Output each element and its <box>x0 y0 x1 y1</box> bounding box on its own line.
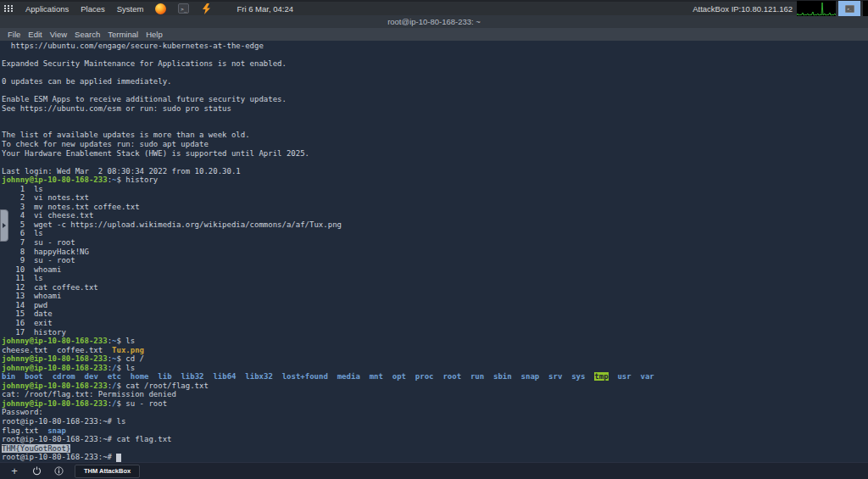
terminal-line: root@ip-10-80-168-233:~# cat flag.txt <box>2 435 868 444</box>
terminal-menubar: File Edit View Search Terminal Help <box>0 28 868 41</box>
terminal-line <box>2 113 868 122</box>
terminal-line: 11 ls <box>2 274 868 283</box>
power-button[interactable] <box>31 465 42 477</box>
terminal-line: Password: <box>2 408 868 417</box>
terminal-line: 16 exit <box>2 319 868 328</box>
system-monitor-graph[interactable] <box>797 1 836 16</box>
terminal-line: root@ip-10-80-168-233:~# ls <box>2 417 868 426</box>
menu-system[interactable]: System <box>117 4 144 14</box>
attackbox-bolt-icon[interactable] <box>201 3 211 14</box>
terminal-line: 10 whoami <box>2 265 868 275</box>
plus-icon: + <box>11 465 18 476</box>
terminal-line <box>2 69 868 78</box>
drawer-arrow-icon <box>3 223 6 228</box>
terminal-line: The list of available updates is more th… <box>2 131 868 140</box>
terminal-line <box>2 158 868 167</box>
terminal-line: Your Hardware Enablement Stack (HWE) is … <box>2 149 868 159</box>
top-panel-right: AttackBox IP:10.80.121.162 >_ <box>693 2 868 15</box>
applications-grid-icon[interactable] <box>4 5 14 12</box>
terminal-line: 5 wget -c https://upload.wikimedia.org/w… <box>2 220 868 230</box>
terminal-line: 17 history <box>2 328 868 337</box>
terminal-line: 12 cat coffee.txt <box>2 283 868 292</box>
terminal-line: To check for new updates run: sudo apt u… <box>2 140 868 149</box>
terminal-line: johnny@ip-10-80-168-233:~$ history <box>2 175 868 185</box>
terminal-line: bin boot cdrom dev etc home lib lib32 li… <box>2 372 868 382</box>
terminal-line: 8 happyHack!NG <box>2 248 868 257</box>
terminal-line: flag.txt snap <box>2 426 868 436</box>
menu-places[interactable]: Places <box>81 4 105 14</box>
terminal-line: root@ip-10-80-168-233:~# <box>2 453 868 462</box>
terminal-line <box>2 86 868 96</box>
terminal-line: 9 su - root <box>2 256 868 265</box>
terminal-launcher-icon[interactable]: >_ <box>178 3 189 14</box>
terminal-line <box>2 51 868 60</box>
terminal-line: https://ubuntu.com/engage/secure-kuberne… <box>2 42 868 51</box>
desktop: { "top_panel": { "menus": ["Applications… <box>0 0 868 479</box>
terminal-line: THM{YouGotRoot} <box>2 444 868 454</box>
terminal-line: johnny@ip-10-80-168-233:/$ ls <box>2 364 868 373</box>
taskbar-item-thm-attackbox[interactable]: THM AttackBox <box>75 465 140 478</box>
terminal-cursor <box>116 454 121 462</box>
mini-terminal-icon: >_ <box>845 5 854 13</box>
menu-applications[interactable]: Applications <box>25 4 69 14</box>
menu-file[interactable]: File <box>8 30 20 39</box>
terminal-line: 13 whoami <box>2 292 868 301</box>
terminal-line: Expanded Security Maintenance for Applic… <box>2 59 868 69</box>
terminal-line: 6 ls <box>2 229 868 238</box>
top-panel: Applications Places System >_ Fri 6 Mar,… <box>0 0 868 15</box>
terminal-line: Last login: Wed Mar 2 08:30:34 2022 from… <box>2 167 868 176</box>
attackbox-ip-label: AttackBox IP:10.80.121.162 <box>693 4 793 14</box>
bottom-panel: + THM AttackBox <box>0 462 868 479</box>
menu-search[interactable]: Search <box>75 30 100 39</box>
terminal-line: johnny@ip-10-80-168-233:~$ cd / <box>2 354 868 364</box>
top-panel-left: Applications Places System >_ Fri 6 Mar,… <box>4 3 293 14</box>
terminal-line: 15 date <box>2 309 868 319</box>
power-icon <box>32 466 42 476</box>
menu-view[interactable]: View <box>50 30 67 39</box>
info-button[interactable] <box>53 465 64 477</box>
terminal-line: johnny@ip-10-80-168-233:/$ cat /root/fla… <box>2 382 868 391</box>
window-title: root@ip-10-80-168-233: ~ <box>387 17 481 26</box>
menu-help[interactable]: Help <box>146 30 163 39</box>
terminal-line: johnny@ip-10-80-168-233:/$ su - root <box>2 399 868 409</box>
window-list-terminal-button[interactable]: >_ <box>838 1 860 16</box>
window-titlebar[interactable]: root@ip-10-80-168-233: ~ <box>0 15 868 28</box>
terminal-output[interactable]: https://ubuntu.com/engage/secure-kuberne… <box>0 41 868 462</box>
plus-button[interactable]: + <box>8 465 20 477</box>
firefox-icon[interactable] <box>155 3 166 14</box>
terminal-line: See https://ubuntu.com/esm or run: sudo … <box>2 104 868 114</box>
terminal-line: 1 ls <box>2 185 868 194</box>
terminal-line: 7 su - root <box>2 238 868 248</box>
clock[interactable]: Fri 6 Mar, 04:24 <box>236 4 293 14</box>
terminal-line: 0 updates can be applied immediately. <box>2 77 868 86</box>
lightning-bolt-glyph <box>202 3 211 14</box>
panel-end-spacer <box>863 1 868 16</box>
terminal-line: 3 mv notes.txt coffee.txt <box>2 203 868 212</box>
terminal-line: johnny@ip-10-80-168-233:~$ ls <box>2 337 868 346</box>
info-icon <box>54 466 64 476</box>
menu-edit[interactable]: Edit <box>28 30 42 39</box>
terminal-line: cat: /root/flag.txt: Permission denied <box>2 390 868 399</box>
terminal-line: 2 vi notes.txt <box>2 193 868 203</box>
terminal-line: 4 vi cheese.txt <box>2 211 868 220</box>
panel-drawer-handle[interactable] <box>0 209 8 242</box>
terminal-line: Enable ESM Apps to receive additional fu… <box>2 95 868 104</box>
terminal-line: 14 pwd <box>2 301 868 310</box>
menu-terminal[interactable]: Terminal <box>108 30 138 39</box>
terminal-line: cheese.txt coffee.txt Tux.png <box>2 346 868 355</box>
terminal-line <box>2 122 868 131</box>
